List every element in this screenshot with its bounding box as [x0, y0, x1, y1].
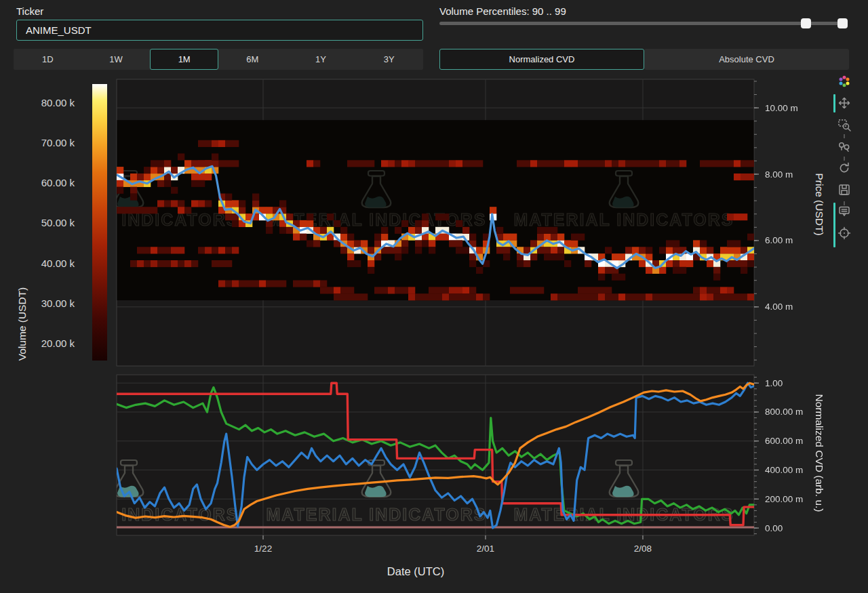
svg-text:1.00: 1.00 — [765, 378, 783, 388]
svg-text:600.00 m: 600.00 m — [765, 436, 803, 446]
svg-text:400.00 m: 400.00 m — [765, 465, 803, 475]
svg-text:60.00 k: 60.00 k — [41, 177, 75, 188]
svg-text:Normalized CVD (arb. u.): Normalized CVD (arb. u.) — [814, 394, 825, 512]
svg-text:Volume (USDT): Volume (USDT) — [16, 287, 28, 361]
svg-text:8.00 m: 8.00 m — [765, 169, 793, 180]
app-window: Ticker Volume Percentiles: 90 .. 99 1D 1… — [0, 0, 868, 593]
modebar-separator — [844, 134, 845, 138]
svg-text:30.00 k: 30.00 k — [41, 298, 75, 309]
svg-text:10.00 m: 10.00 m — [765, 103, 798, 113]
cvd-y-axis: 1.00800.00 m600.00 m400.00 m200.00 m0.00… — [754, 377, 825, 534]
svg-text:20.00 k: 20.00 k — [41, 338, 75, 349]
modebar-separator — [844, 157, 845, 161]
hover-labels-icon[interactable] — [836, 203, 852, 220]
volume-colorbar: 80.00 k70.00 k60.00 k50.00 k40.00 k30.00… — [16, 84, 107, 361]
pan-icon[interactable] — [836, 95, 852, 111]
svg-text:200.00 m: 200.00 m — [765, 494, 803, 504]
svg-text:MATERIAL INDICATORS: MATERIAL INDICATORS — [513, 210, 734, 229]
svg-text:Date (UTC): Date (UTC) — [387, 565, 444, 577]
modebar-separator — [844, 201, 845, 205]
crosshair-icon[interactable] — [836, 225, 852, 241]
svg-text:80.00 k: 80.00 k — [41, 97, 75, 108]
charts-canvas[interactable]: MATERIAL INDICATORSMATERIAL INDICATORSMA… — [0, 0, 868, 593]
svg-text:1/22: 1/22 — [254, 544, 272, 554]
select-icon[interactable] — [836, 138, 852, 155]
svg-text:70.00 k: 70.00 k — [41, 137, 75, 148]
box-zoom-icon[interactable] — [836, 117, 852, 133]
svg-text:800.00 m: 800.00 m — [765, 407, 803, 417]
x-axis: 1/222/012/08Date (UTC) — [254, 535, 652, 577]
svg-text:MATERIAL INDICATORS: MATERIAL INDICATORS — [266, 505, 486, 524]
reset-axes-icon[interactable] — [836, 160, 852, 176]
svg-text:Price (USDT): Price (USDT) — [814, 173, 825, 235]
svg-text:40.00 k: 40.00 k — [41, 258, 75, 269]
svg-text:0.00: 0.00 — [765, 523, 783, 533]
plotly-logo-icon[interactable] — [836, 73, 852, 89]
svg-text:50.00 k: 50.00 k — [41, 217, 75, 228]
save-icon[interactable] — [836, 182, 852, 198]
price-y-axis: 10.00 m8.00 m6.00 m4.00 mPrice (USDT) — [754, 81, 825, 360]
modebar-active-indicator — [833, 94, 835, 113]
svg-text:2/01: 2/01 — [477, 544, 494, 554]
svg-text:4.00 m: 4.00 m — [765, 302, 793, 312]
svg-text:2/08: 2/08 — [634, 544, 652, 554]
svg-text:6.00 m: 6.00 m — [765, 235, 793, 245]
modebar-group-indicator — [833, 203, 835, 247]
